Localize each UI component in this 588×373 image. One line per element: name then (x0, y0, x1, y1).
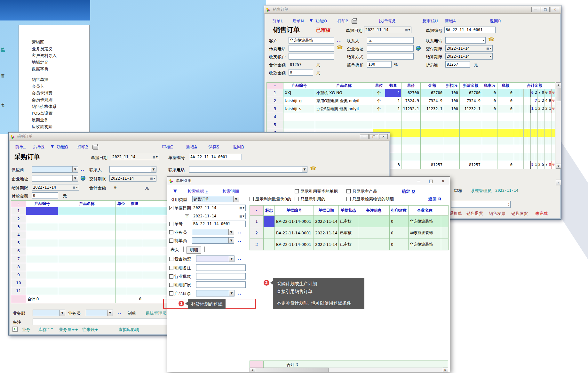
functions-button[interactable]: 功能O (57, 144, 68, 150)
product-code-cell[interactable] (26, 287, 58, 295)
sidebar-item[interactable]: 展期业务 (19, 117, 89, 123)
next-page-icon[interactable]: › (556, 180, 561, 185)
unit-cell[interactable] (116, 231, 127, 239)
only-main-product-checkbox[interactable] (346, 189, 351, 193)
browse-customer-button[interactable]: .. (337, 38, 341, 43)
qty-cell[interactable] (127, 279, 143, 287)
chevron-down-icon[interactable]: ▼ (302, 166, 307, 172)
tax-rate-cell[interactable] (482, 113, 497, 121)
flag-cell[interactable] (264, 216, 275, 227)
batch-field[interactable] (196, 273, 246, 280)
maximize-icon[interactable]: □ (369, 134, 378, 139)
minimize-icon[interactable]: — (531, 7, 540, 12)
address-combo[interactable]: ▼ (32, 175, 78, 182)
doc-no-cell[interactable]: BA-22-11-14-0001 (275, 227, 314, 239)
browse-salesman-button[interactable]: .. (117, 310, 122, 315)
qty-cell[interactable] (127, 247, 143, 255)
tax-rate-cell[interactable]: 0 (482, 89, 497, 97)
detail-note-field[interactable] (196, 264, 246, 271)
product-name-cell[interactable] (58, 215, 116, 223)
product-name-cell[interactable] (58, 223, 116, 231)
settle-term-field[interactable]: 2022-11-14▦▼ (32, 184, 79, 191)
product-code-cell[interactable] (26, 255, 58, 263)
chevron-down-icon[interactable]: ▼ (76, 186, 78, 189)
cell[interactable] (441, 216, 449, 227)
close-icon[interactable]: × (551, 7, 559, 12)
qty-cell[interactable] (385, 121, 401, 129)
functions-down-arrow-icon[interactable]: ▼ (310, 18, 313, 23)
unit-cell[interactable] (116, 247, 127, 255)
print-button[interactable]: 打印P (77, 144, 88, 150)
unit-cell[interactable] (373, 121, 385, 129)
product-name-cell[interactable] (58, 239, 116, 247)
row-number[interactable]: 10 (11, 279, 26, 287)
cell[interactable] (441, 239, 449, 250)
product-name-cell[interactable] (58, 231, 116, 239)
amount-cell[interactable] (421, 153, 444, 161)
catalog-combo[interactable]: ▼ (196, 290, 234, 296)
link-virtual-stock[interactable]: 虚拟库影响 (118, 327, 139, 333)
sidebar-item[interactable]: 会员卡 (19, 83, 89, 90)
amount-cell[interactable] (421, 137, 444, 145)
phone-combo[interactable]: ▼ (189, 166, 307, 173)
product-name-cell[interactable] (58, 255, 116, 263)
tax-rate-cell[interactable]: 0 (482, 105, 497, 113)
row-number[interactable]: 4 (11, 231, 26, 239)
table-row[interactable]: 1XXJ小型机-XG-NG个16270062700100627000062700… (267, 89, 555, 97)
chevron-down-icon[interactable]: ▼ (229, 256, 234, 262)
doc-date-cell[interactable]: 2022-11-14 (314, 239, 339, 250)
date-filter-checkbox[interactable] (169, 206, 173, 210)
chevron-down-icon[interactable]: ▼ (72, 175, 78, 181)
discount-cell[interactable] (444, 153, 460, 161)
sidebar-item[interactable]: 应收款初始 (19, 123, 89, 130)
qty-cell[interactable] (127, 215, 143, 223)
close-icon[interactable]: × (379, 134, 388, 139)
discount-cell[interactable] (444, 113, 460, 121)
sidebar-item[interactable]: 会员卡规则 (19, 96, 89, 103)
add-new-button[interactable]: 新增A (186, 144, 197, 150)
note-cell[interactable] (358, 227, 390, 239)
link-inventory[interactable]: 库存^^ (38, 327, 54, 333)
after-discount-cell[interactable]: 62700 (460, 89, 482, 97)
chevron-down-icon[interactable]: ▼ (228, 229, 234, 235)
tax-cell[interactable] (497, 137, 514, 145)
link-business-volume[interactable]: 业务量++ (59, 327, 78, 333)
qty-cell[interactable] (385, 113, 401, 121)
return-button[interactable]: 返回R (490, 18, 501, 24)
product-name-cell[interactable] (58, 207, 116, 215)
discount-cell[interactable]: 100 (444, 89, 460, 97)
search-detail-button[interactable]: 检索明细 (222, 189, 239, 194)
globe-icon[interactable] (81, 176, 85, 181)
sidebar-item[interactable]: 销售价格体系 (19, 103, 89, 110)
printer-icon[interactable] (352, 19, 357, 24)
doc-no-filter-checkbox[interactable] (169, 222, 173, 226)
row-number[interactable]: 6 (11, 247, 26, 255)
chevron-down-icon[interactable]: ▼ (409, 28, 410, 31)
down-arrow-icon[interactable]: ▼ (173, 188, 177, 193)
calendar-icon[interactable]: ▦ (150, 176, 153, 181)
row-number[interactable]: 2 (11, 215, 26, 223)
maker-filter-combo[interactable]: ▼ (192, 237, 234, 244)
salesman-combo[interactable]: ▼ (86, 310, 113, 316)
doc-date-field[interactable]: 2022-11-14▦▼ (364, 27, 411, 33)
row-number[interactable]: 3 (267, 105, 283, 113)
detail-extend-field[interactable] (196, 281, 246, 288)
row-number[interactable]: 4 (267, 113, 283, 121)
company-cell[interactable]: 华东捷波装饰 (409, 216, 441, 227)
unit-cell[interactable] (116, 239, 127, 247)
row-number[interactable]: 3 (250, 239, 264, 250)
table-row[interactable]: 1BA-22-11-14-00012022-11-14已审核0华东捷波装饰 (250, 216, 449, 227)
doc-no-cell[interactable]: BA-22-11-14-0001 (275, 239, 314, 250)
product-code-cell[interactable] (283, 121, 315, 129)
chevron-down-icon[interactable]: ▼ (228, 238, 234, 243)
qty-cell[interactable] (127, 239, 143, 247)
discount-cell[interactable] (444, 145, 460, 153)
only-searched-checkbox[interactable] (346, 197, 351, 201)
chevron-down-icon[interactable]: ▼ (243, 215, 244, 218)
unit-cell[interactable] (116, 223, 127, 231)
ref-type-combo[interactable]: 销售订单▼ (192, 196, 239, 202)
chevron-down-icon[interactable]: ▼ (490, 55, 491, 58)
product-name-cell[interactable] (58, 287, 116, 295)
settle-method-field[interactable] (367, 53, 414, 60)
print-count-cell[interactable]: 0 (390, 216, 409, 227)
